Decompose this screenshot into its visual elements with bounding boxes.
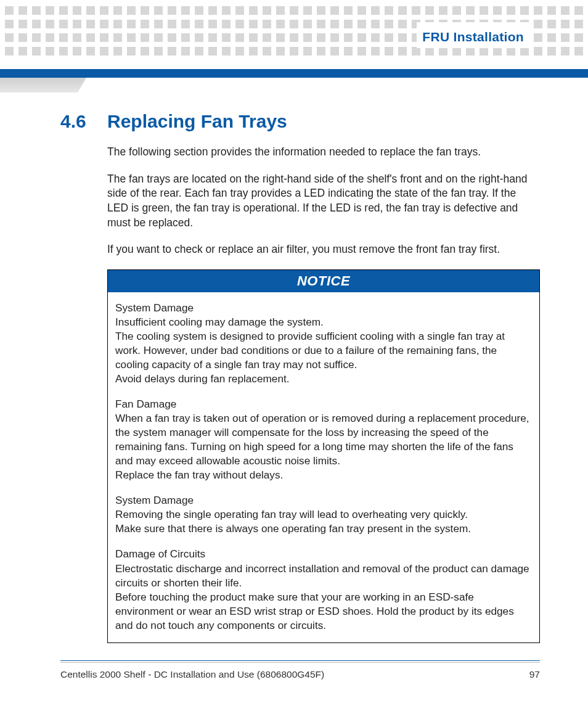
notice-group: System DamageRemoving the single operati…: [115, 493, 532, 536]
section-title: Replacing Fan Trays: [107, 111, 287, 131]
notice-line: Before touching the product make sure th…: [115, 590, 532, 633]
notice-line: When a fan tray is taken out of operatio…: [115, 411, 532, 468]
notice-line: Insufficient cooling may damage the syst…: [115, 315, 532, 329]
notice-group-title: Damage of Circuits: [115, 547, 532, 561]
paragraph: If you want to check or replace an air f…: [107, 242, 540, 257]
paragraph: The fan trays are located on the right-h…: [107, 172, 540, 231]
header-tab-gray: [0, 78, 86, 92]
page-footer: Centellis 2000 Shelf - DC Installation a…: [60, 660, 540, 681]
notice-line: Electrostatic discharge and incorrect in…: [115, 562, 532, 590]
chapter-title: FRU Installation: [419, 30, 528, 44]
notice-header: NOTICE: [108, 270, 539, 292]
notice-group: System DamageInsufficient cooling may da…: [115, 301, 532, 386]
notice-group: Damage of CircuitsElectrostatic discharg…: [115, 547, 532, 632]
notice-line: Avoid delays during fan replacement.: [115, 372, 532, 386]
footer-rule-gray: [60, 662, 540, 663]
notice-box: NOTICE System DamageInsufficient cooling…: [107, 269, 540, 643]
notice-line: The cooling system is designed to provid…: [115, 329, 532, 372]
page-content: 4.6 Replacing Fan Trays The following se…: [60, 111, 540, 643]
header-rule-blue: [0, 69, 588, 78]
notice-body: System DamageInsufficient cooling may da…: [108, 292, 539, 642]
notice-group-title: Fan Damage: [115, 397, 532, 411]
notice-group-title: System Damage: [115, 301, 532, 315]
notice-line: Removing the single operating fan tray w…: [115, 507, 532, 522]
paragraph: The following section provides the infor…: [107, 145, 540, 160]
notice-line: Replace the fan tray without delays.: [115, 468, 532, 482]
notice-line: Make sure that there is always one opera…: [115, 522, 532, 536]
footer-rule-blue: [60, 660, 540, 662]
footer-doc-title: Centellis 2000 Shelf - DC Installation a…: [60, 669, 324, 680]
notice-group-title: System Damage: [115, 493, 532, 507]
footer-page-number: 97: [529, 669, 540, 680]
section-number: 4.6: [60, 111, 85, 131]
notice-group: Fan DamageWhen a fan tray is taken out o…: [115, 397, 532, 482]
